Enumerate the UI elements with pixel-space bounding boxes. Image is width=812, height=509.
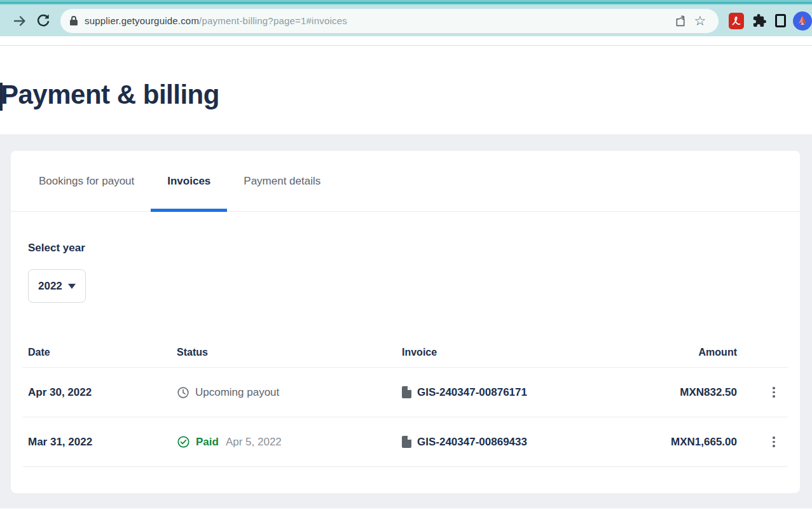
page-title: Payment & billing bbox=[1, 80, 219, 110]
status-label: Upcoming payout bbox=[195, 386, 279, 399]
payment-billing-card: Bookings for payout Invoices Payment det… bbox=[11, 151, 800, 493]
url-text: supplier.getyourguide.com/payment-billin… bbox=[85, 15, 671, 26]
table-row: Mar 31, 2022 Paid Apr 5, 2022 bbox=[23, 417, 788, 467]
status-cell: Upcoming payout bbox=[177, 386, 402, 399]
chevron-down-icon bbox=[68, 284, 76, 289]
address-bar[interactable]: supplier.getyourguide.com/payment-billin… bbox=[60, 9, 719, 33]
page-header: Payment & billing bbox=[0, 46, 812, 134]
document-icon bbox=[402, 436, 411, 448]
invoice-number: GIS-240347-00876171 bbox=[417, 386, 527, 399]
browser-chrome: supplier.getyourguide.com/payment-billin… bbox=[0, 0, 812, 36]
forward-icon[interactable] bbox=[13, 14, 27, 28]
url-path: /payment-billing?page=1#invoices bbox=[199, 15, 347, 26]
content-background: Bookings for payout Invoices Payment det… bbox=[0, 134, 812, 508]
check-circle-icon bbox=[177, 435, 190, 449]
url-domain: supplier.getyourguide.com bbox=[85, 15, 199, 26]
tab-bar: Bookings for payout Invoices Payment det… bbox=[11, 151, 800, 212]
header-invoice: Invoice bbox=[402, 347, 669, 358]
tab-bookings-for-payout[interactable]: Bookings for payout bbox=[22, 151, 151, 211]
invoice-link[interactable]: GIS-240347-00876171 bbox=[402, 386, 669, 399]
browser-toolbar: supplier.getyourguide.com/payment-billin… bbox=[0, 5, 812, 36]
invoice-amount: MXN1,665.00 bbox=[669, 436, 760, 449]
invoice-link[interactable]: GIS-240347-00869433 bbox=[402, 436, 669, 449]
row-menu-button[interactable] bbox=[767, 383, 780, 401]
side-panel-icon[interactable] bbox=[775, 14, 786, 27]
tab-label: Bookings for payout bbox=[39, 175, 134, 188]
bookmark-star-icon[interactable]: ☆ bbox=[691, 11, 710, 31]
tab-label: Invoices bbox=[167, 175, 210, 188]
tab-label: Payment details bbox=[244, 175, 320, 188]
extensions-puzzle-icon[interactable] bbox=[752, 13, 767, 28]
tab-payment-details[interactable]: Payment details bbox=[227, 151, 337, 211]
clock-icon bbox=[177, 386, 189, 399]
adobe-acrobat-extension-icon[interactable] bbox=[729, 13, 744, 29]
invoice-amount: MXN832.50 bbox=[669, 386, 760, 399]
reload-icon[interactable] bbox=[36, 13, 50, 28]
year-select[interactable]: 2022 bbox=[28, 269, 86, 303]
year-filter: Select year 2022 bbox=[28, 242, 800, 303]
invoice-date: Mar 31, 2022 bbox=[23, 436, 177, 449]
lock-icon bbox=[69, 15, 78, 26]
header-status: Status bbox=[177, 347, 402, 358]
table-row: Apr 30, 2022 Upcoming payout bbox=[23, 368, 788, 417]
status-cell: Paid Apr 5, 2022 bbox=[177, 435, 402, 449]
share-icon[interactable] bbox=[671, 11, 691, 31]
invoice-number: GIS-240347-00869433 bbox=[417, 436, 527, 449]
invoice-date: Apr 30, 2022 bbox=[23, 386, 177, 399]
status-label: Paid bbox=[196, 436, 219, 449]
invoices-table: Date Status Invoice Amount Apr 30, 2022 … bbox=[23, 337, 788, 467]
bookmarks-bar bbox=[0, 36, 812, 46]
browser-tab-strip bbox=[0, 0, 812, 5]
tab-invoices[interactable]: Invoices bbox=[151, 151, 227, 211]
select-year-label: Select year bbox=[28, 242, 800, 254]
profile-avatar[interactable] bbox=[793, 11, 812, 31]
table-header-row: Date Status Invoice Amount bbox=[23, 337, 788, 368]
header-amount: Amount bbox=[669, 347, 760, 358]
document-icon bbox=[402, 386, 411, 398]
row-menu-button[interactable] bbox=[767, 433, 780, 451]
status-date: Apr 5, 2022 bbox=[226, 436, 282, 449]
header-date: Date bbox=[23, 347, 177, 358]
year-select-value: 2022 bbox=[38, 280, 62, 293]
